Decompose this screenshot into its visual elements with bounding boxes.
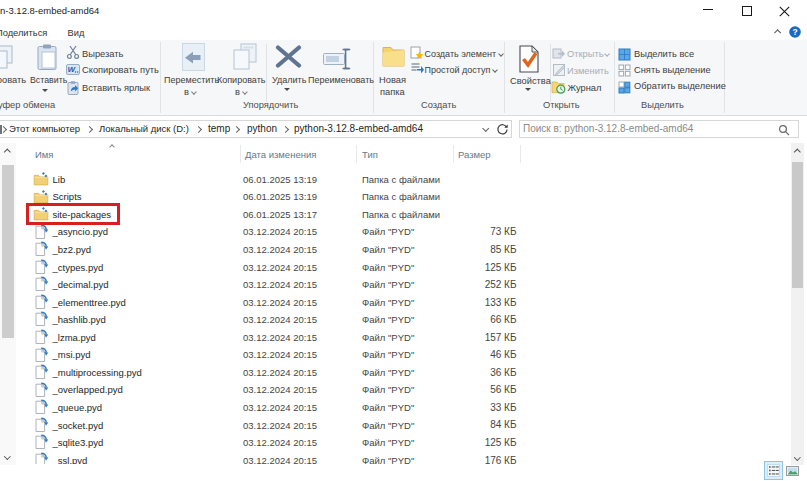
svg-text:?: ? xyxy=(792,27,797,37)
